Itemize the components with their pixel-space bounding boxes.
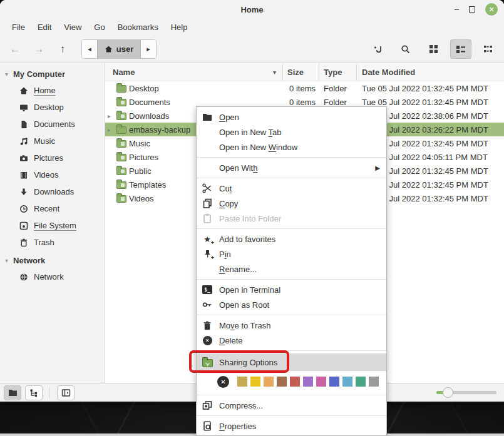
search-button[interactable] xyxy=(395,39,416,59)
column-header-date-modified[interactable]: Date Modified xyxy=(357,63,504,81)
sort-descending-icon: ▾ xyxy=(273,69,276,76)
sidebar-item-pictures[interactable]: Pictures xyxy=(0,150,105,166)
compact-view-button[interactable] xyxy=(478,39,499,59)
sidebar-section-network[interactable]: ▾ Network xyxy=(0,252,105,268)
toggle-location-entry-button[interactable] xyxy=(368,39,389,59)
maximize-button[interactable] xyxy=(469,6,475,13)
icon-view-button[interactable] xyxy=(423,39,444,59)
color-swatch-teal[interactable] xyxy=(356,377,366,387)
clear-color-button[interactable]: ✕ xyxy=(217,376,229,388)
expander-icon[interactable]: ▸ xyxy=(108,126,115,133)
compress-icon xyxy=(202,400,213,410)
sidebar-item-home[interactable]: Home xyxy=(0,82,105,99)
forward-button[interactable]: → xyxy=(30,41,48,58)
sidebar-item-trash[interactable]: Trash xyxy=(0,234,105,251)
color-swatch-purple[interactable] xyxy=(303,377,313,387)
collapse-icon: ▾ xyxy=(5,71,8,78)
menu-item-open-in-new-tab[interactable]: Open in New Tab xyxy=(197,124,386,139)
menu-item-open-with[interactable]: Open With ▶ xyxy=(197,160,386,175)
column-header-name[interactable]: Name ▾ xyxy=(105,63,283,81)
menu-edit[interactable]: Edit xyxy=(32,21,57,34)
menu-bookmarks[interactable]: Bookmarks xyxy=(112,21,164,34)
sidebar-item-videos[interactable]: Videos xyxy=(0,166,105,183)
folder-icon xyxy=(116,140,126,148)
separator xyxy=(197,279,386,280)
menu-view[interactable]: View xyxy=(58,21,87,34)
menu-item-open-as-root[interactable]: Open as Root xyxy=(197,297,386,312)
menu-item-delete[interactable]: ✕ Delete xyxy=(197,333,386,348)
zoom-slider-handle[interactable] xyxy=(443,387,453,398)
menu-item-cut[interactable]: Cut xyxy=(197,181,386,196)
menu-item-open[interactable]: Open xyxy=(197,109,386,124)
breadcrumb-current-button[interactable]: user xyxy=(97,40,141,58)
submenu-arrow-icon: ▶ xyxy=(375,165,380,171)
sidebar-item-music[interactable]: Music xyxy=(0,133,105,150)
menu-file[interactable]: File xyxy=(6,21,31,34)
menu-go[interactable]: Go xyxy=(88,21,110,34)
color-swatch-gold[interactable] xyxy=(250,377,260,387)
color-swatch-pink[interactable] xyxy=(316,377,326,387)
minimize-button[interactable]: – xyxy=(455,6,459,13)
close-button[interactable]: ✕ xyxy=(485,3,498,16)
menu-item-move-to-trash[interactable]: Move to Trash xyxy=(197,318,386,333)
breadcrumb-next-button[interactable]: ▸ xyxy=(141,40,156,58)
list-view-button[interactable] xyxy=(450,39,471,59)
breadcrumb-prev-button[interactable]: ◂ xyxy=(82,40,97,58)
music-note-icon xyxy=(19,136,28,146)
folder-icon xyxy=(116,168,126,175)
menubar: File Edit View Go Bookmarks Help xyxy=(0,19,504,36)
menu-item-open-in-new-window[interactable]: Open in New Window xyxy=(197,139,386,155)
home-icon xyxy=(105,45,113,53)
menu-item-copy[interactable]: Copy xyxy=(197,196,386,211)
menu-item-properties[interactable]: Properties xyxy=(197,418,386,433)
up-button[interactable]: ↑ xyxy=(54,41,71,58)
clipboard-icon xyxy=(202,213,213,223)
scissors-icon xyxy=(202,183,213,193)
color-swatch-red[interactable] xyxy=(290,377,300,387)
color-swatch-sand[interactable] xyxy=(237,377,247,387)
zoom-slider[interactable] xyxy=(436,391,496,394)
sidebar-item-network[interactable]: Network xyxy=(0,268,105,285)
titlebar[interactable]: Home – ✕ xyxy=(0,0,504,19)
column-header-size[interactable]: Size xyxy=(283,63,319,81)
menu-item-rename[interactable]: Rename... xyxy=(197,261,386,276)
separator xyxy=(197,157,386,158)
expander-icon[interactable]: ▸ xyxy=(108,113,115,119)
menu-help[interactable]: Help xyxy=(165,21,193,34)
sidebar-item-documents[interactable]: Documents xyxy=(0,116,105,133)
folder-icon xyxy=(116,99,126,106)
color-swatch-blue[interactable] xyxy=(329,377,339,387)
back-button[interactable]: ← xyxy=(6,41,24,58)
sidebar-item-file-system[interactable]: File System xyxy=(0,217,105,234)
menu-item-paste-into-folder[interactable]: Paste Into Folder xyxy=(197,211,386,226)
sidebar-section-my-computer[interactable]: ▾ My Computer xyxy=(0,66,105,82)
show-treeview-button[interactable] xyxy=(25,385,43,400)
color-swatch-brown[interactable] xyxy=(277,377,287,387)
menu-item-add-to-favorites[interactable]: ★ + Add to favorites xyxy=(197,231,386,246)
show-places-button[interactable] xyxy=(4,385,21,400)
sidebar-item-downloads[interactable]: Downloads xyxy=(0,183,105,200)
list-view-icon xyxy=(456,44,466,54)
folder-icon xyxy=(116,154,126,161)
menu-item-compress[interactable]: Compress... xyxy=(197,398,386,413)
color-swatch-cyan[interactable] xyxy=(342,377,352,387)
color-swatch-orange[interactable] xyxy=(264,377,274,387)
sidebar-item-desktop[interactable]: Desktop xyxy=(0,99,105,116)
delete-circle-icon: ✕ xyxy=(202,335,213,345)
folder-icon xyxy=(116,113,126,120)
sidebar-item-recent[interactable]: Recent xyxy=(0,200,105,217)
separator xyxy=(197,395,386,395)
color-swatch-gray[interactable] xyxy=(369,377,379,387)
hide-sidebar-button[interactable] xyxy=(57,385,75,400)
sidebar: ▾ My Computer Home Desktop Documents xyxy=(0,63,105,383)
column-header-type[interactable]: Type xyxy=(319,63,357,81)
file-row[interactable]: Desktop 0 items Folder Tue 05 Jul 2022 0… xyxy=(105,81,504,95)
clock-icon xyxy=(19,204,28,213)
window-title: Home xyxy=(240,5,263,14)
menu-item-open-in-terminal[interactable]: $_ Open in Terminal xyxy=(197,282,386,297)
context-menu: Open Open in New Tab Open in New Window … xyxy=(196,106,387,436)
menu-item-pin[interactable]: + Pin xyxy=(197,246,386,261)
location-entry-icon xyxy=(373,44,383,54)
pin-plus-icon: + xyxy=(202,249,213,259)
separator xyxy=(197,228,386,229)
